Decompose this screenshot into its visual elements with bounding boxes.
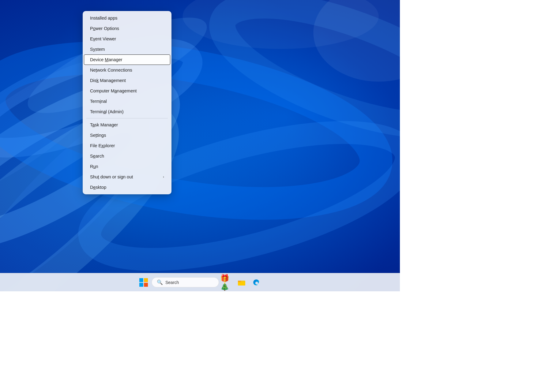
- svg-rect-18: [238, 282, 245, 286]
- svg-rect-14: [144, 278, 148, 282]
- menu-item-desktop[interactable]: Desktop: [84, 182, 170, 192]
- menu-separator: [86, 118, 168, 118]
- menu-item-settings[interactable]: Settings: [84, 130, 170, 140]
- menu-item-search[interactable]: Search: [84, 151, 170, 161]
- menu-item-run[interactable]: Run: [84, 161, 170, 172]
- taskbar-edge-icon[interactable]: [250, 276, 263, 289]
- menu-item-disk-management[interactable]: Disk Management: [84, 75, 170, 86]
- menu-item-installed-apps[interactable]: Installed apps: [84, 13, 170, 23]
- taskbar-file-explorer-icon[interactable]: [235, 276, 248, 289]
- menu-item-computer-management[interactable]: Computer Management: [84, 86, 170, 96]
- context-menu: Installed appsPower OptionsEvent ViewerS…: [83, 11, 171, 194]
- menu-item-label-power-options: Power Options: [90, 26, 119, 31]
- taskbar: 🔍 Search 🎁🎄: [0, 273, 400, 291]
- menu-item-terminal-admin[interactable]: Terminal (Admin): [84, 106, 170, 117]
- svg-rect-19: [238, 281, 241, 282]
- menu-item-device-manager[interactable]: Device Manager: [84, 54, 170, 65]
- menu-item-arrow-shut-down: ›: [163, 175, 164, 179]
- menu-item-label-device-manager: Device Manager: [90, 57, 122, 62]
- menu-item-system[interactable]: System: [84, 44, 170, 54]
- menu-item-label-terminal-admin: Terminal (Admin): [90, 109, 124, 114]
- menu-item-label-file-explorer: File Explorer: [90, 143, 115, 148]
- desktop-background: [0, 0, 400, 291]
- menu-item-power-options[interactable]: Power Options: [84, 23, 170, 34]
- menu-item-network-connections[interactable]: Network Connections: [84, 65, 170, 75]
- menu-item-shut-down[interactable]: Shut down or sign out›: [84, 172, 170, 182]
- menu-item-label-search: Search: [90, 154, 104, 159]
- menu-item-label-task-manager: Task Manager: [90, 122, 118, 127]
- menu-item-label-installed-apps: Installed apps: [90, 16, 117, 21]
- menu-item-label-disk-management: Disk Management: [90, 78, 126, 83]
- menu-item-label-network-connections: Network Connections: [90, 68, 132, 73]
- menu-item-label-computer-management: Computer Management: [90, 88, 137, 93]
- menu-item-file-explorer[interactable]: File Explorer: [84, 140, 170, 151]
- menu-item-terminal[interactable]: Terminal: [84, 96, 170, 106]
- menu-item-label-run: Run: [90, 164, 98, 169]
- menu-item-label-settings: Settings: [90, 133, 106, 138]
- taskbar-gift-icon[interactable]: 🎁🎄: [220, 276, 234, 289]
- taskbar-items: 🔍 Search 🎁🎄: [137, 276, 263, 289]
- menu-item-label-terminal: Terminal: [90, 99, 107, 104]
- menu-item-label-shut-down: Shut down or sign out: [90, 174, 133, 179]
- menu-item-label-system: System: [90, 47, 105, 52]
- menu-item-label-desktop: Desktop: [90, 185, 106, 190]
- menu-item-event-viewer[interactable]: Event Viewer: [84, 34, 170, 44]
- menu-item-task-manager[interactable]: Task Manager: [84, 120, 170, 130]
- svg-rect-15: [139, 283, 143, 287]
- taskbar-search-bar[interactable]: 🔍 Search: [152, 277, 219, 287]
- desktop: Installed appsPower OptionsEvent ViewerS…: [0, 0, 400, 291]
- windows-start-button[interactable]: [137, 276, 150, 289]
- svg-rect-13: [139, 278, 143, 282]
- taskbar-search-label: Search: [165, 280, 179, 285]
- menu-item-label-event-viewer: Event Viewer: [90, 36, 116, 41]
- taskbar-search-icon: 🔍: [157, 279, 163, 285]
- svg-rect-16: [144, 283, 148, 287]
